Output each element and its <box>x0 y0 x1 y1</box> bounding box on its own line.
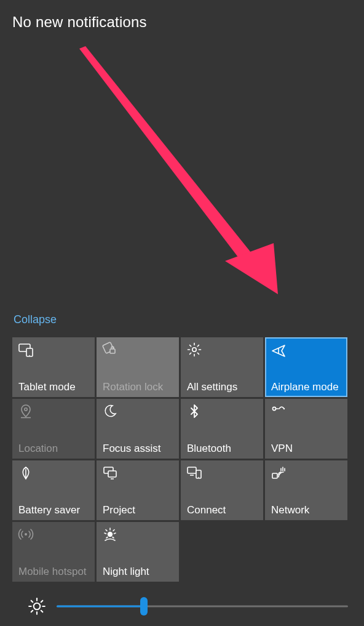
svg-line-45 <box>31 601 33 603</box>
tile-label: Tablet mode <box>18 382 90 393</box>
tile-label: VPN <box>271 443 342 455</box>
tile-label: Rotation lock <box>103 382 174 393</box>
svg-line-38 <box>106 537 108 539</box>
svg-line-48 <box>31 611 33 612</box>
tile-label: Mobile hotspot <box>18 566 90 578</box>
vpn-icon <box>271 404 286 419</box>
tile-label: Battery saver <box>18 505 90 516</box>
leaf-icon <box>18 465 33 480</box>
tile-vpn[interactable]: VPN <box>265 399 347 459</box>
tile-label: All settings <box>187 382 258 393</box>
svg-line-13 <box>190 353 191 354</box>
svg-line-46 <box>41 611 43 612</box>
tile-label: Connect <box>187 505 258 516</box>
tile-label: Location <box>18 443 90 455</box>
tile-location[interactable]: Location <box>12 399 95 459</box>
network-icon <box>271 465 286 480</box>
tile-network[interactable]: Network <box>265 460 347 520</box>
svg-rect-21 <box>108 471 116 477</box>
svg-line-47 <box>41 601 43 603</box>
airplane-icon <box>271 342 286 357</box>
svg-rect-4 <box>110 349 115 353</box>
slider-fill <box>57 606 144 608</box>
location-icon <box>18 404 33 419</box>
quick-action-tiles: Tablet mode Rotation lock <box>12 337 352 582</box>
bluetooth-icon <box>187 404 202 419</box>
rotation-lock-icon <box>103 342 117 357</box>
svg-line-37 <box>113 530 114 531</box>
svg-point-5 <box>192 348 196 351</box>
svg-line-12 <box>197 345 199 347</box>
tile-label: Airplane mode <box>271 382 342 393</box>
tile-rotation-lock[interactable]: Rotation lock <box>97 337 179 397</box>
svg-rect-27 <box>272 473 277 478</box>
tile-label: Bluetooth <box>187 443 258 455</box>
svg-point-18 <box>283 408 285 409</box>
brightness-slider[interactable] <box>57 599 348 614</box>
tile-tablet-mode[interactable]: Tablet mode <box>12 337 95 397</box>
svg-line-11 <box>197 353 199 354</box>
svg-point-31 <box>25 533 27 536</box>
tile-focus-assist[interactable]: Focus assist <box>97 399 179 459</box>
svg-point-2 <box>29 355 30 356</box>
tile-label: Night light <box>103 566 174 578</box>
svg-line-34 <box>105 533 106 534</box>
tile-project[interactable]: Project <box>97 460 179 520</box>
svg-line-36 <box>106 530 107 531</box>
svg-line-10 <box>190 345 191 347</box>
slider-thumb[interactable] <box>140 597 148 616</box>
svg-point-15 <box>25 408 27 411</box>
tile-battery-saver[interactable]: Battery saver <box>12 460 95 520</box>
connect-icon <box>187 465 202 480</box>
svg-line-35 <box>114 533 116 534</box>
svg-point-40 <box>34 603 41 610</box>
svg-point-32 <box>108 532 113 537</box>
brightness-control <box>28 598 348 615</box>
collapse-link[interactable]: Collapse <box>14 313 57 326</box>
tile-mobile-hotspot[interactable]: Mobile hotspot <box>12 522 95 582</box>
notifications-empty-area <box>12 31 352 313</box>
svg-rect-23 <box>188 467 196 473</box>
tile-label: Project <box>103 505 174 516</box>
night-light-icon <box>103 527 117 542</box>
tile-connect[interactable]: Connect <box>181 460 263 520</box>
project-icon <box>103 465 117 480</box>
tile-airplane-mode[interactable]: Airplane mode <box>265 337 347 397</box>
tile-label: Network <box>271 505 342 516</box>
notifications-header: No new notifications <box>12 14 352 31</box>
brightness-sun-icon <box>28 598 46 615</box>
tablet-mode-icon <box>18 342 33 357</box>
tile-label: Focus assist <box>103 443 174 455</box>
hotspot-icon <box>18 527 33 542</box>
action-center-panel: No new notifications Collapse Tablet mod… <box>0 0 364 626</box>
tile-night-light[interactable]: Night light <box>97 522 179 582</box>
svg-line-39 <box>113 537 114 539</box>
settings-gear-icon <box>187 342 202 357</box>
moon-icon <box>103 404 117 419</box>
tile-bluetooth[interactable]: Bluetooth <box>181 399 263 459</box>
tile-all-settings[interactable]: All settings <box>181 337 263 397</box>
svg-point-26 <box>198 477 199 478</box>
